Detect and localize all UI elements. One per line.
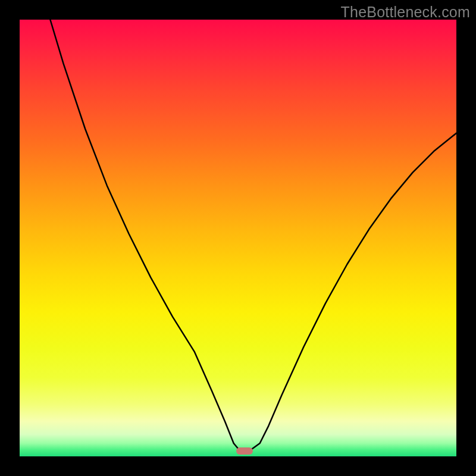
optimal-marker xyxy=(236,447,253,455)
curve-path xyxy=(50,20,456,451)
bottleneck-curve xyxy=(20,20,456,456)
plot-area xyxy=(20,20,456,456)
watermark-text: TheBottleneck.com xyxy=(341,4,470,21)
chart-stage: TheBottleneck.com xyxy=(0,0,476,476)
